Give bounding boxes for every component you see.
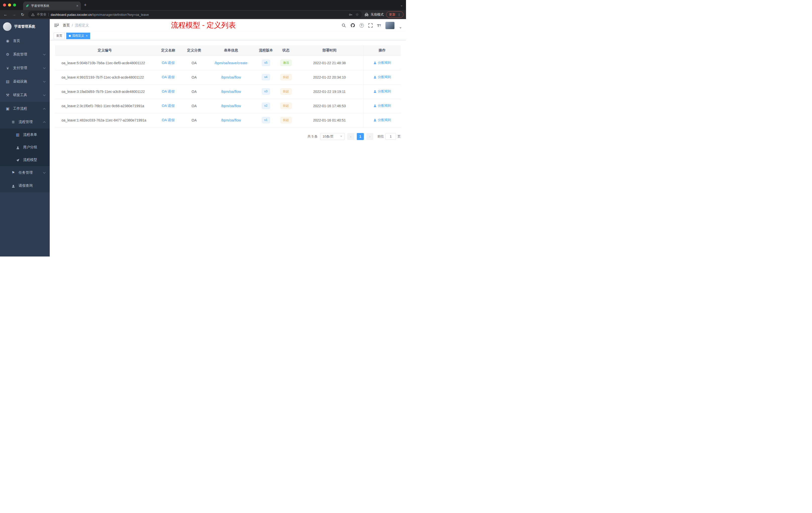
breadcrumb: 首页 / 流程定义 <box>63 23 89 28</box>
sidebar-item-task-mgmt[interactable]: ⚑ 任务管理 <box>0 166 50 179</box>
pagination-total: 共 5 条 <box>308 134 318 139</box>
collapse-sidebar-icon[interactable] <box>54 23 59 27</box>
prev-page-button[interactable]: ‹ <box>347 133 354 140</box>
user-group-icon <box>16 145 20 149</box>
tab-search-icon[interactable]: ⌄ <box>400 3 403 7</box>
form-link[interactable]: /bpm/oa/flow <box>221 104 241 108</box>
browser-menu-icon[interactable]: ⋮ <box>398 13 401 17</box>
definition-name-link[interactable]: OA 请假 <box>162 89 174 93</box>
minimize-window-button[interactable] <box>8 3 11 6</box>
form-link[interactable]: /bpm/oa/flow <box>221 90 241 94</box>
chevron-down-icon <box>43 66 46 69</box>
breadcrumb-home[interactable]: 首页 <box>63 23 70 28</box>
assign-rule-link[interactable]: 分配规则 <box>373 75 391 79</box>
process-mgmt-submenu: ▥ 流程表单 用户分组 流程模型 <box>0 128 50 166</box>
user-avatar[interactable] <box>385 22 395 29</box>
back-icon[interactable]: ← <box>2 12 8 17</box>
navbar-actions: ? TT <box>342 22 402 29</box>
sidebar-item-label: 请假查询 <box>19 183 33 188</box>
address-bar[interactable]: 不安全 dashboard.yudao.iocoder.cn/bpm/manag… <box>28 11 362 18</box>
fullscreen-icon[interactable] <box>368 23 373 28</box>
assign-rule-link[interactable]: 分配规则 <box>373 60 391 65</box>
user-menu-caret-icon[interactable] <box>400 27 402 29</box>
tag-process-definition[interactable]: 流程定义 × <box>66 33 90 39</box>
next-page-button[interactable]: › <box>366 133 373 140</box>
update-chip[interactable]: 更新 ⋮ <box>386 11 404 18</box>
status-badge: 挂起 <box>281 103 291 109</box>
sidebar-item-infrastructure[interactable]: ▤ 基础设施 <box>0 75 50 88</box>
github-icon[interactable] <box>350 23 355 28</box>
top-navbar: 首页 / 流程定义 流程模型 - 定义列表 ? TT <box>50 19 406 32</box>
page-size-select[interactable]: 10条/页 <box>320 133 345 140</box>
definition-id: oa_leave:3:1fad3d93-7b75-11ec-a3c8-acde4… <box>55 84 155 99</box>
yen-icon: ¥ <box>5 66 10 70</box>
brand-logo <box>3 22 11 31</box>
assign-rule-link[interactable]: 分配规则 <box>373 118 391 122</box>
sidebar-item-process-form[interactable]: ▥ 流程表单 <box>0 128 50 141</box>
security-label: 不安全 <box>37 12 47 17</box>
close-window-button[interactable] <box>3 3 6 6</box>
sidebar-item-user-group[interactable]: 用户分组 <box>0 141 50 154</box>
goto-page-input[interactable] <box>385 133 396 140</box>
zoom-window-button[interactable] <box>13 3 16 6</box>
bookmark-star-icon[interactable]: ☆ <box>355 12 359 17</box>
form-link[interactable]: /bpm/oa/flow <box>221 75 241 79</box>
sidebar-item-devtools[interactable]: ⚒ 研发工具 <box>0 88 50 102</box>
new-tab-button[interactable]: + <box>84 2 87 8</box>
definition-category: OA <box>182 113 206 127</box>
form-link[interactable]: /bpm/oa/leave/create <box>215 61 248 65</box>
sidebar-item-home[interactable]: ◉ 首页 <box>0 34 50 48</box>
main-area: 首页 / 流程定义 流程模型 - 定义列表 ? TT <box>50 19 406 256</box>
sidebar-item-label: 流程管理 <box>19 120 33 124</box>
status-badge: 挂起 <box>281 88 291 95</box>
flag-icon: ⚑ <box>11 171 15 175</box>
sidebar-item-process-mgmt[interactable]: ≣ 流程管理 <box>0 116 50 128</box>
sidebar-item-payment[interactable]: ¥ 支付管理 <box>0 61 50 75</box>
favicon-icon <box>26 4 29 7</box>
tools-icon: ⚒ <box>5 93 10 97</box>
sidebar-item-system[interactable]: ⚙ 系统管理 <box>0 48 50 61</box>
definition-category: OA <box>182 84 206 99</box>
person-icon <box>373 118 377 122</box>
not-secure-warning-icon <box>31 13 35 16</box>
workflow-menu-group: ▣ 工作流程 ≣ 流程管理 ▥ 流程表单 用户分组 <box>0 102 50 192</box>
font-size-icon[interactable]: TT <box>377 23 381 28</box>
definition-id: oa_leave:2:3c1f0ef1-76b1-11ec-9c66-a2380… <box>55 99 155 113</box>
help-icon[interactable]: ? <box>359 23 364 28</box>
column-header-actions: 操作 <box>363 45 401 56</box>
browser-tab[interactable]: 芋道管理系统 × <box>23 1 81 10</box>
sidebar-item-workflow[interactable]: ▣ 工作流程 <box>0 102 50 116</box>
status-badge: 激活 <box>281 60 291 66</box>
forward-icon[interactable]: → <box>11 12 17 17</box>
table-row: oa_leave:1:482ec033-762a-11ec-8477-a2380… <box>55 113 401 127</box>
current-page-button[interactable]: 1 <box>357 133 364 140</box>
definition-name-link[interactable]: OA 请假 <box>162 104 174 108</box>
list-icon: ≣ <box>11 120 15 124</box>
tag-home[interactable]: 首页 <box>54 33 65 39</box>
search-icon[interactable] <box>342 23 346 28</box>
definition-category: OA <box>182 70 206 84</box>
table-row: oa_leave:3:1fad3d93-7b75-11ec-a3c8-acde4… <box>55 84 401 99</box>
assign-rule-link[interactable]: 分配规则 <box>373 89 391 94</box>
column-header-id: 定义编号 <box>55 45 155 56</box>
chevron-down-icon <box>340 136 342 137</box>
browser-tabstrip: 芋道管理系统 × + ⌄ <box>0 0 406 10</box>
table-row: oa_leave:5:004b710b-7b8a-11ec-8ef0-acde4… <box>55 56 401 70</box>
tab-close-icon[interactable]: × <box>76 4 78 8</box>
workflow-icon: ▣ <box>5 107 10 111</box>
tag-close-icon[interactable]: × <box>86 34 88 38</box>
assign-rule-link[interactable]: 分配规则 <box>373 103 391 108</box>
form-link[interactable]: /bpm/oa/flow <box>221 118 241 122</box>
definition-name-link[interactable]: OA 请假 <box>162 118 174 122</box>
definition-name-link[interactable]: OA 请假 <box>162 75 174 79</box>
app-shell: 芋道管理系统 ◉ 首页 ⚙ 系统管理 ¥ 支付管理 ▤ 基础设施 ⚒ 研发工具 <box>0 19 406 256</box>
sidebar-item-leave-query[interactable]: 请假查询 <box>0 179 50 192</box>
deploy-time: 2022-01-22 19:19:11 <box>295 84 363 99</box>
definition-name-link[interactable]: OA 请假 <box>162 61 174 65</box>
password-key-icon[interactable] <box>349 13 352 17</box>
sidebar: 芋道管理系统 ◉ 首页 ⚙ 系统管理 ¥ 支付管理 ▤ 基础设施 ⚒ 研发工具 <box>0 19 50 256</box>
incognito-icon <box>364 12 369 17</box>
sidebar-item-process-model[interactable]: 流程模型 <box>0 154 50 166</box>
dashboard-icon: ◉ <box>5 39 10 43</box>
reload-icon[interactable]: ↻ <box>20 12 26 17</box>
